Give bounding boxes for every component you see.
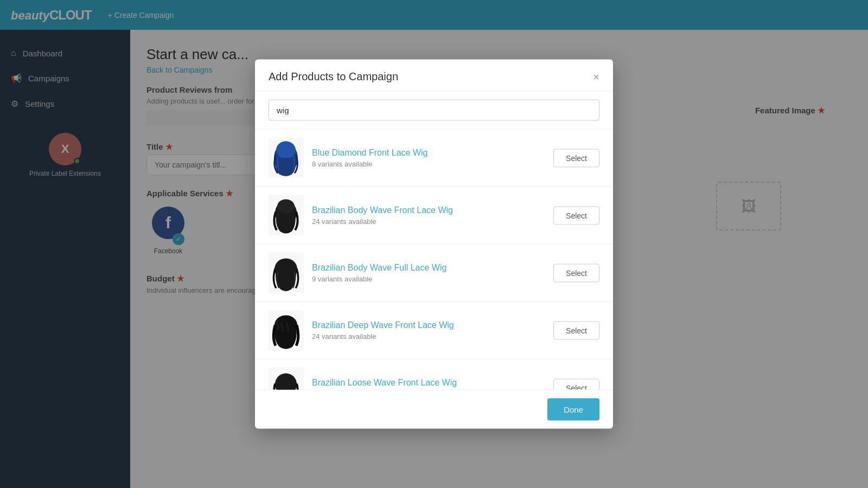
product-variants-2: 24 variants available — [312, 217, 545, 226]
product-name-4: Brazilian Deep Wave Front Lace Wig — [312, 320, 545, 330]
svg-point-1 — [276, 141, 296, 158]
svg-point-3 — [277, 199, 295, 213]
product-image-5 — [269, 368, 304, 390]
add-products-modal: Add Products to Campaign × Blue Diamond … — [255, 60, 613, 429]
modal-footer: Done — [255, 390, 613, 429]
select-button-5[interactable]: Select — [553, 378, 599, 390]
product-image-1 — [269, 138, 304, 178]
product-item-2: Brazilian Body Wave Front Lace Wig 24 va… — [255, 187, 613, 245]
done-button[interactable]: Done — [547, 399, 599, 421]
select-button-4[interactable]: Select — [553, 321, 599, 339]
select-button-1[interactable]: Select — [553, 149, 599, 167]
product-name-5: Brazilian Loose Wave Front Lace Wig — [312, 378, 545, 388]
modal-search-section — [255, 92, 613, 130]
product-variants-4: 24 variants available — [312, 332, 545, 341]
product-item-3: Brazilian Body Wave Full Lace Wig 9 vari… — [255, 245, 613, 302]
modal-title: Add Products to Campaign — [269, 70, 398, 83]
product-search-input[interactable] — [269, 100, 599, 121]
product-info-1: Blue Diamond Front Lace Wig 8 variants a… — [312, 148, 545, 168]
select-button-3[interactable]: Select — [553, 264, 599, 282]
select-button-2[interactable]: Select — [553, 206, 599, 224]
product-name-3: Brazilian Body Wave Full Lace Wig — [312, 263, 545, 273]
product-name-2: Brazilian Body Wave Front Lace Wig — [312, 206, 545, 215]
product-info-2: Brazilian Body Wave Front Lace Wig 24 va… — [312, 206, 545, 226]
product-image-2 — [269, 195, 304, 236]
modal-close-button[interactable]: × — [593, 71, 599, 82]
modal-header: Add Products to Campaign × — [255, 60, 613, 92]
product-variants-3: 9 variants available — [312, 275, 545, 283]
product-info-3: Brazilian Body Wave Full Lace Wig 9 vari… — [312, 263, 545, 283]
product-variants-1: 8 variants available — [312, 160, 545, 168]
product-item-5: Brazilian Loose Wave Front Lace Wig 16 v… — [255, 359, 613, 390]
products-list: Blue Diamond Front Lace Wig 8 variants a… — [255, 130, 613, 390]
product-image-3 — [269, 253, 304, 293]
product-item-1: Blue Diamond Front Lace Wig 8 variants a… — [255, 130, 613, 187]
product-info-5: Brazilian Loose Wave Front Lace Wig 16 v… — [312, 378, 545, 390]
product-info-4: Brazilian Deep Wave Front Lace Wig 24 va… — [312, 320, 545, 341]
product-name-1: Blue Diamond Front Lace Wig — [312, 148, 545, 158]
product-image-4 — [269, 310, 304, 351]
product-item-4: Brazilian Deep Wave Front Lace Wig 24 va… — [255, 302, 613, 359]
